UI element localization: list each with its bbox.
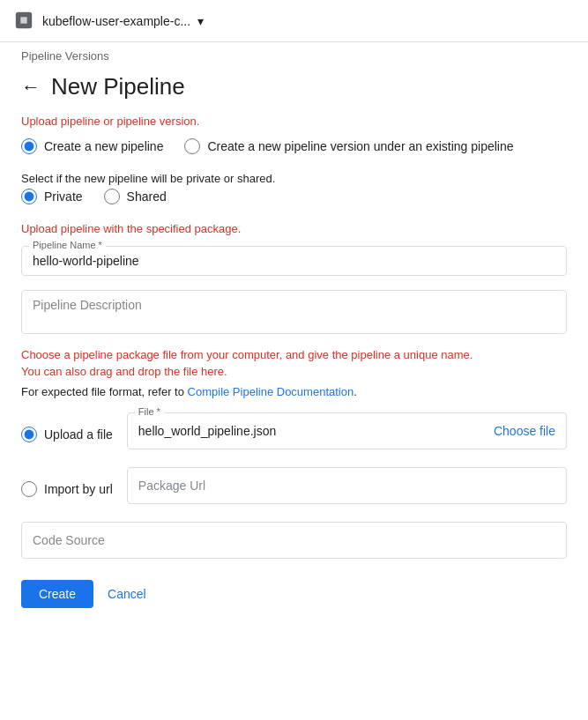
header: kubeflow-user-example-c... ▾ bbox=[0, 0, 588, 42]
content: Upload pipeline or pipeline version. Cre… bbox=[0, 115, 588, 629]
pipeline-description-field bbox=[21, 290, 567, 334]
page-title-row: ← New Pipeline bbox=[0, 70, 588, 115]
import-by-url-radio-row: Import by url bbox=[21, 467, 113, 497]
radio-shared-option[interactable]: Shared bbox=[104, 189, 167, 204]
file-field: File * hello_world_pipeline.json Choose … bbox=[127, 412, 567, 449]
code-source-field bbox=[21, 522, 567, 559]
visibility-radio-group: Private Shared bbox=[21, 189, 567, 204]
package-url-field bbox=[127, 467, 567, 504]
header-project-name: kubeflow-user-example-c... bbox=[42, 14, 190, 28]
kubeflow-icon bbox=[14, 11, 35, 32]
radio-private[interactable] bbox=[21, 189, 37, 204]
pipeline-name-field-label: Pipeline Name * bbox=[29, 240, 106, 250]
back-button[interactable]: ← bbox=[21, 76, 41, 99]
pipeline-name-input[interactable] bbox=[33, 254, 555, 268]
choose-file-info-2: You can also drag and drop the file here… bbox=[21, 365, 567, 378]
visibility-label: Select if the new pipeline will be priva… bbox=[21, 172, 567, 185]
radio-private-label: Private bbox=[44, 189, 83, 204]
radio-shared-label: Shared bbox=[127, 189, 167, 204]
choose-file-info-1: Choose a pipeline package file from your… bbox=[21, 348, 567, 361]
create-button[interactable]: Create bbox=[21, 580, 93, 608]
import-by-url-label: Import by url bbox=[44, 482, 113, 496]
radio-create-new-option[interactable]: Create a new pipeline bbox=[21, 138, 163, 154]
pipeline-type-radio-group: Create a new pipeline Create a new pipel… bbox=[21, 138, 567, 154]
dropdown-icon[interactable]: ▾ bbox=[197, 14, 204, 28]
upload-file-label: Upload a file bbox=[44, 427, 113, 442]
page-title: New Pipeline bbox=[51, 73, 185, 100]
radio-create-version[interactable] bbox=[184, 138, 200, 154]
file-upload-section: Upload a file File * hello_world_pipelin… bbox=[21, 412, 567, 449]
upload-package-label: Upload pipeline with the specified packa… bbox=[21, 222, 567, 235]
pipeline-description-input[interactable] bbox=[33, 298, 555, 312]
header-title: kubeflow-user-example-c... ▾ bbox=[42, 14, 204, 28]
pipeline-name-field: Pipeline Name * bbox=[21, 246, 567, 276]
compile-info: For expected file format, refer to Compi… bbox=[21, 385, 567, 398]
radio-private-option[interactable]: Private bbox=[21, 189, 83, 204]
upload-pipeline-label: Upload pipeline or pipeline version. bbox=[21, 115, 567, 128]
breadcrumb: Pipeline Versions bbox=[0, 42, 588, 70]
radio-create-new-label: Create a new pipeline bbox=[44, 139, 163, 153]
file-field-label: File * bbox=[135, 406, 164, 417]
radio-shared[interactable] bbox=[104, 189, 120, 204]
upload-file-radio-row: Upload a file bbox=[21, 412, 113, 442]
choose-file-button[interactable]: Choose file bbox=[494, 424, 555, 438]
package-url-input[interactable] bbox=[138, 479, 555, 493]
compile-pipeline-link[interactable]: Compile Pipeline Documentation bbox=[188, 385, 354, 398]
radio-import-by-url[interactable] bbox=[21, 481, 37, 497]
radio-create-version-option[interactable]: Create a new pipeline version under an e… bbox=[184, 138, 513, 154]
cancel-button[interactable]: Cancel bbox=[108, 587, 146, 601]
code-source-input[interactable] bbox=[33, 533, 555, 547]
radio-create-new[interactable] bbox=[21, 138, 37, 154]
action-buttons: Create Cancel bbox=[21, 580, 567, 608]
radio-upload-file[interactable] bbox=[21, 427, 37, 442]
url-import-section: Import by url bbox=[21, 467, 567, 504]
file-name-display: hello_world_pipeline.json bbox=[138, 424, 276, 438]
radio-create-version-label: Create a new pipeline version under an e… bbox=[207, 139, 513, 153]
